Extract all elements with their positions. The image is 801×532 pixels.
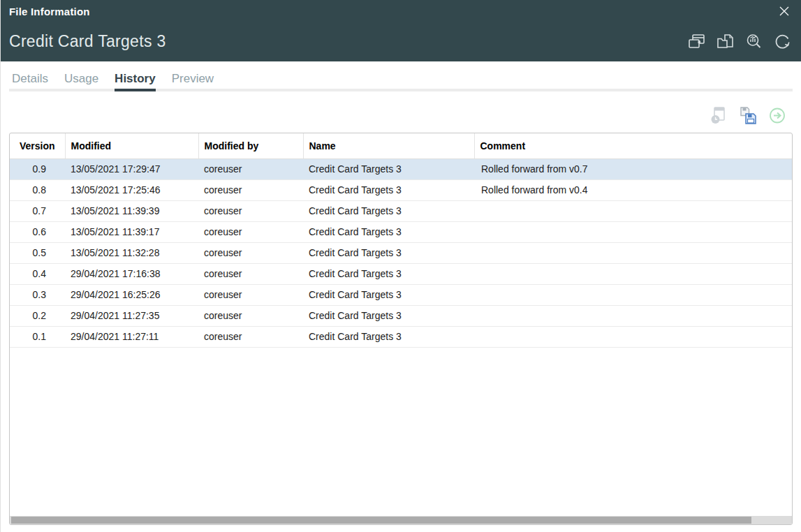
tab-details[interactable]: Details <box>12 72 48 91</box>
column-header-comment[interactable]: Comment <box>474 133 792 158</box>
folder-with-page-icon <box>716 32 735 54</box>
history-table-body: 0.913/05/2021 17:29:47coreuserCredit Car… <box>10 158 792 347</box>
table-row[interactable]: 0.229/04/2021 11:27:35coreuserCredit Car… <box>10 305 792 326</box>
cell-comment <box>474 242 792 263</box>
overlapping-windows-icon <box>687 32 706 54</box>
cell-name: Credit Card Targets 3 <box>303 158 474 179</box>
cell-name: Credit Card Targets 3 <box>303 221 474 242</box>
cell-name: Credit Card Targets 3 <box>303 305 474 326</box>
cell-name: Credit Card Targets 3 <box>303 263 474 284</box>
cell-modified: 29/04/2021 11:27:11 <box>65 326 198 347</box>
floppy-disks-icon <box>739 105 757 128</box>
table-row[interactable]: 0.613/05/2021 11:39:17coreuserCredit Car… <box>10 221 792 242</box>
table-row[interactable]: 0.429/04/2021 17:16:38coreuserCredit Car… <box>10 263 792 284</box>
cell-modified-by: coreuser <box>198 305 303 326</box>
cell-modified-by: coreuser <box>198 284 303 305</box>
close-button[interactable] <box>776 4 793 21</box>
cell-modified: 13/05/2021 17:25:46 <box>65 179 198 200</box>
cell-modified: 29/04/2021 11:27:35 <box>65 305 198 326</box>
history-table: Version Modified Modified by Name Commen… <box>10 133 792 348</box>
file-information-dialog: File Information Credit Card Targets 3 <box>0 0 801 532</box>
cell-version: 0.5 <box>10 242 65 263</box>
cell-comment <box>474 305 792 326</box>
cell-modified-by: coreuser <box>198 221 303 242</box>
cell-version: 0.4 <box>10 263 65 284</box>
table-row[interactable]: 0.513/05/2021 11:32:28coreuserCredit Car… <box>10 242 792 263</box>
column-header-version[interactable]: Version <box>10 133 65 158</box>
cell-name: Credit Card Targets 3 <box>303 179 474 200</box>
cell-modified-by: coreuser <box>198 179 303 200</box>
column-header-name[interactable]: Name <box>303 133 474 158</box>
header-actions <box>687 34 792 52</box>
cell-version: 0.7 <box>10 200 65 221</box>
cell-modified-by: coreuser <box>198 242 303 263</box>
cell-version: 0.2 <box>10 305 65 326</box>
table-row[interactable]: 0.329/04/2021 16:25:26coreuserCredit Car… <box>10 284 792 305</box>
cell-comment <box>474 326 792 347</box>
cell-modified: 29/04/2021 17:16:38 <box>65 263 198 284</box>
cell-version: 0.6 <box>10 221 65 242</box>
cell-name: Credit Card Targets 3 <box>303 284 474 305</box>
cell-comment <box>474 263 792 284</box>
column-header-modified-by[interactable]: Modified by <box>198 133 303 158</box>
table-row[interactable]: 0.813/05/2021 17:25:46coreuserCredit Car… <box>10 179 792 200</box>
cell-comment: Rolled forward from v0.4 <box>474 179 792 200</box>
refresh-button[interactable] <box>773 34 792 52</box>
cell-name: Credit Card Targets 3 <box>303 242 474 263</box>
cell-name: Credit Card Targets 3 <box>303 200 474 221</box>
chart-magnifier-icon <box>744 32 763 54</box>
cell-modified-by: coreuser <box>198 200 303 221</box>
cell-comment <box>474 284 792 305</box>
cell-version: 0.1 <box>10 326 65 347</box>
cell-modified: 13/05/2021 11:39:17 <box>65 221 198 242</box>
column-header-modified[interactable]: Modified <box>65 133 198 158</box>
history-toolbar <box>710 107 786 127</box>
table-header-row: Version Modified Modified by Name Commen… <box>10 133 792 158</box>
cell-modified-by: coreuser <box>198 263 303 284</box>
cell-comment: Rolled forward from v0.7 <box>474 158 792 179</box>
scrollbar-thumb[interactable] <box>11 517 751 524</box>
document-title: Credit Card Targets 3 <box>9 32 166 51</box>
cell-comment <box>474 221 792 242</box>
cell-version: 0.8 <box>10 179 65 200</box>
cell-modified: 13/05/2021 17:29:47 <box>65 158 198 179</box>
horizontal-scrollbar[interactable] <box>10 515 792 524</box>
refresh-icon <box>773 32 792 54</box>
cell-version: 0.9 <box>10 158 65 179</box>
cell-modified: 13/05/2021 11:39:39 <box>65 200 198 221</box>
tab-history[interactable]: History <box>115 72 156 91</box>
table-row[interactable]: 0.129/04/2021 11:27:11coreuserCredit Car… <box>10 326 792 347</box>
cell-modified-by: coreuser <box>198 158 303 179</box>
save-version-copy-button[interactable] <box>739 107 757 127</box>
table-row[interactable]: 0.713/05/2021 11:39:39coreuserCredit Car… <box>10 200 792 221</box>
open-in-window-button[interactable] <box>687 34 706 52</box>
analyze-button[interactable] <box>744 34 763 52</box>
table-row[interactable]: 0.913/05/2021 17:29:47coreuserCredit Car… <box>10 158 792 179</box>
cell-version: 0.3 <box>10 284 65 305</box>
close-icon <box>777 4 791 21</box>
restore-version-button[interactable] <box>710 107 728 127</box>
tab-preview[interactable]: Preview <box>172 72 214 91</box>
tab-usage[interactable]: Usage <box>64 72 98 91</box>
cell-comment <box>474 200 792 221</box>
cell-name: Credit Card Targets 3 <box>303 326 474 347</box>
move-to-folder-button[interactable] <box>716 34 735 52</box>
page-with-clock-icon <box>710 105 728 128</box>
circle-arrow-right-icon <box>768 105 786 128</box>
open-version-button[interactable] <box>768 107 786 127</box>
cell-modified: 13/05/2021 11:32:28 <box>65 242 198 263</box>
cell-modified-by: coreuser <box>198 326 303 347</box>
cell-modified: 29/04/2021 16:25:26 <box>65 284 198 305</box>
dialog-title: File Information <box>9 6 90 17</box>
tab-bar: Details Usage History Preview <box>12 72 214 91</box>
titlebar: File Information Credit Card Targets 3 <box>1 0 801 61</box>
history-table-panel: Version Modified Modified by Name Commen… <box>9 133 793 525</box>
